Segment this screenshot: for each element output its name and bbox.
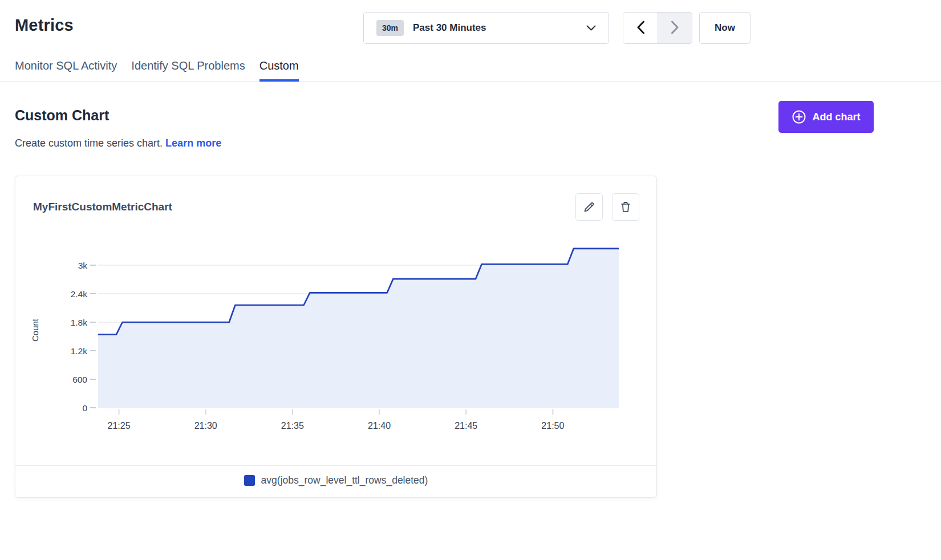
svg-text:21:40: 21:40: [368, 421, 391, 431]
svg-text:3k: 3k: [78, 261, 88, 270]
chart-legend[interactable]: avg(jobs_row_level_ttl_rows_deleted): [15, 466, 656, 486]
tab-identify-sql-problems[interactable]: Identify SQL Problems: [131, 59, 245, 82]
tab-monitor-sql-activity[interactable]: Monitor SQL Activity: [15, 59, 117, 82]
now-button[interactable]: Now: [699, 12, 751, 44]
add-chart-button[interactable]: Add chart: [778, 101, 874, 133]
svg-text:Count: Count: [30, 318, 40, 342]
time-step-controls: [623, 12, 692, 44]
section-description-text: Create custom time series chart.: [15, 137, 163, 149]
chevron-down-icon: [586, 25, 596, 31]
svg-text:2.4k: 2.4k: [71, 289, 88, 299]
svg-text:0: 0: [82, 403, 87, 413]
legend-label: avg(jobs_row_level_ttl_rows_deleted): [261, 474, 428, 486]
tab-custom[interactable]: Custom: [259, 59, 299, 82]
chart-title: MyFirstCustomMetricChart: [33, 201, 172, 213]
section-description: Create custom time series chart. Learn m…: [15, 137, 221, 149]
section-heading: Custom Chart: [15, 107, 109, 124]
svg-text:21:50: 21:50: [541, 421, 564, 431]
chevron-right-icon: [671, 21, 679, 36]
time-range-dropdown[interactable]: 30m Past 30 Minutes: [363, 12, 609, 44]
time-range-label: Past 30 Minutes: [413, 22, 586, 34]
delete-chart-button[interactable]: [612, 193, 639, 221]
chevron-left-icon: [636, 21, 645, 36]
custom-chart-card: MyFirstCustomMetricChart: [15, 176, 657, 498]
svg-text:21:25: 21:25: [107, 421, 130, 431]
prev-time-button[interactable]: [623, 13, 658, 43]
legend-swatch: [244, 475, 255, 486]
svg-text:600: 600: [72, 375, 87, 384]
metrics-tabs: Monitor SQL Activity Identify SQL Proble…: [0, 59, 941, 82]
time-range-badge: 30m: [376, 20, 404, 36]
svg-text:21:30: 21:30: [194, 421, 217, 431]
page-title: Metrics: [15, 16, 74, 35]
svg-text:21:35: 21:35: [281, 421, 304, 431]
edit-chart-button[interactable]: [575, 193, 603, 221]
trash-icon: [619, 200, 632, 214]
svg-text:21:45: 21:45: [455, 421, 477, 431]
pencil-icon: [582, 200, 596, 214]
timeseries-chart: 06001.2k1.8k2.4k3k21:2521:3021:3521:4021…: [15, 221, 640, 440]
next-time-button[interactable]: [658, 13, 692, 43]
plus-circle-icon: [792, 109, 806, 124]
add-chart-label: Add chart: [812, 111, 860, 123]
learn-more-link[interactable]: Learn more: [165, 137, 221, 149]
svg-text:1.2k: 1.2k: [71, 346, 88, 356]
svg-text:1.8k: 1.8k: [71, 318, 88, 327]
